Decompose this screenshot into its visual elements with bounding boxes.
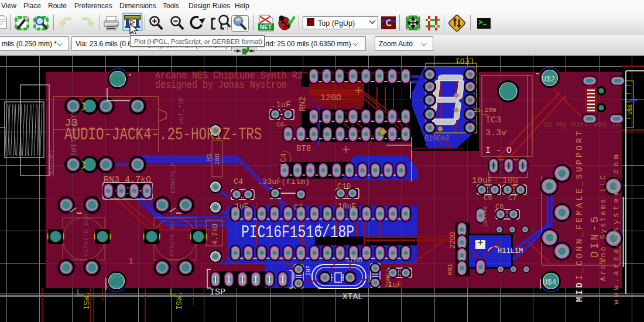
svg-text:C3: C3	[294, 204, 302, 212]
svg-text:MIDI_CONN_FEMALE_SUPPORT: MIDI_CONN_FEMALE_SUPPORT	[575, 129, 584, 302]
svg-text:VCPRITE_BUH: VCPRITE_BUH	[83, 214, 90, 256]
svg-text:120Ω: 120Ω	[320, 93, 341, 103]
svg-text:H11L1M: H11L1M	[498, 247, 523, 255]
svg-text:CPRITE_BU: CPRITE_BU	[169, 222, 176, 256]
svg-text:HOT_TIP: HOT_TIP	[178, 97, 185, 124]
svg-text:MID: MID	[575, 280, 584, 302]
svg-text:C4: C4	[234, 177, 243, 186]
svg-text:SWITCH_MOM: SWITCH_MOM	[70, 111, 78, 157]
svg-text:U$1: U$1	[109, 76, 124, 85]
svg-text:RN3 4.7kΩ: RN3 4.7kΩ	[104, 175, 151, 185]
svg-text:GM1z: GM1z	[345, 256, 362, 265]
svg-text:C9: C9	[484, 194, 492, 203]
svg-text:1uF: 1uF	[235, 202, 248, 211]
svg-text:IC3: IC3	[485, 115, 501, 125]
svg-text:RN2: RN2	[298, 97, 307, 111]
svg-text:C6: C6	[495, 203, 503, 211]
svg-text:220Ω: 220Ω	[449, 232, 457, 249]
svg-text:1: 1	[129, 258, 133, 266]
svg-text:3.3v: 3.3v	[485, 128, 506, 138]
svg-text:USB: USB	[627, 104, 633, 115]
svg-text:XTAL: XTAL	[342, 292, 363, 302]
svg-text:MENTARY: MENTARY	[47, 149, 54, 177]
svg-text:⌜MSI: ⌜MSI	[81, 292, 90, 310]
svg-text:LED1: LED1	[455, 56, 474, 65]
svg-text:.33uF(film): .33uF(film)	[258, 177, 310, 186]
svg-text:PIC16F1516/18P: PIC16F1516/18P	[241, 223, 354, 243]
svg-text:designed by Jonas Nystrom: designed by Jonas Nystrom	[155, 79, 287, 91]
svg-text:2NF: 2NF	[306, 265, 312, 276]
svg-text:1N4446: 1N4446	[482, 206, 489, 227]
svg-text:IC4: IC4	[279, 153, 288, 167]
svg-text:15,2mm: 15,2mm	[473, 107, 496, 114]
svg-text:ERNATE_P: ERNATE_P	[170, 162, 177, 193]
svg-text:20MHz: 20MHz	[385, 269, 392, 287]
svg-text:I - O: I - O	[485, 146, 512, 156]
svg-text:U$2: U$2	[542, 75, 555, 84]
svg-text:.1uF: .1uF	[271, 100, 291, 109]
svg-text:C2: C2	[368, 275, 374, 282]
svg-text:10Ω: 10Ω	[214, 153, 221, 165]
svg-text:10u: 10u	[502, 176, 518, 186]
svg-text:U$4: U$4	[543, 278, 557, 287]
svg-text:2: 2	[599, 258, 603, 266]
svg-text:DIN-5: DIN-5	[589, 214, 601, 258]
svg-text:www.arcanosystems.com: www.arcanosystems.com	[612, 152, 621, 304]
svg-text:RN1: RN1	[447, 263, 454, 275]
svg-text:R1: R1	[205, 153, 213, 161]
svg-text:4.7kΩ: 4.7kΩ	[211, 224, 220, 245]
svg-text:C10: C10	[337, 182, 351, 191]
svg-text:S4301B: S4301B	[424, 135, 450, 143]
svg-text:Top (PgUp): Top (PgUp)	[318, 19, 355, 28]
svg-text:AUDIO-JACK4-.25-HORIZ-TRS: AUDIO-JACK4-.25-HORIZ-TRS	[64, 126, 262, 145]
svg-text:ISP: ISP	[210, 287, 225, 297]
svg-text:U$3: U$3	[108, 278, 122, 287]
svg-text:MI-088-0XU0-QM-S9: MI-088-0XU0-QM-S9	[543, 121, 621, 129]
svg-text:BT8: BT8	[296, 144, 311, 153]
svg-text:C8: C8	[276, 121, 284, 128]
svg-text:C7: C7	[508, 194, 516, 203]
svg-text:⌜MSI: ⌜MSI	[174, 292, 183, 310]
svg-text:10uF: 10uF	[472, 176, 493, 186]
svg-text:NET: NET	[260, 24, 272, 30]
svg-text:10uF: 10uF	[338, 202, 356, 211]
